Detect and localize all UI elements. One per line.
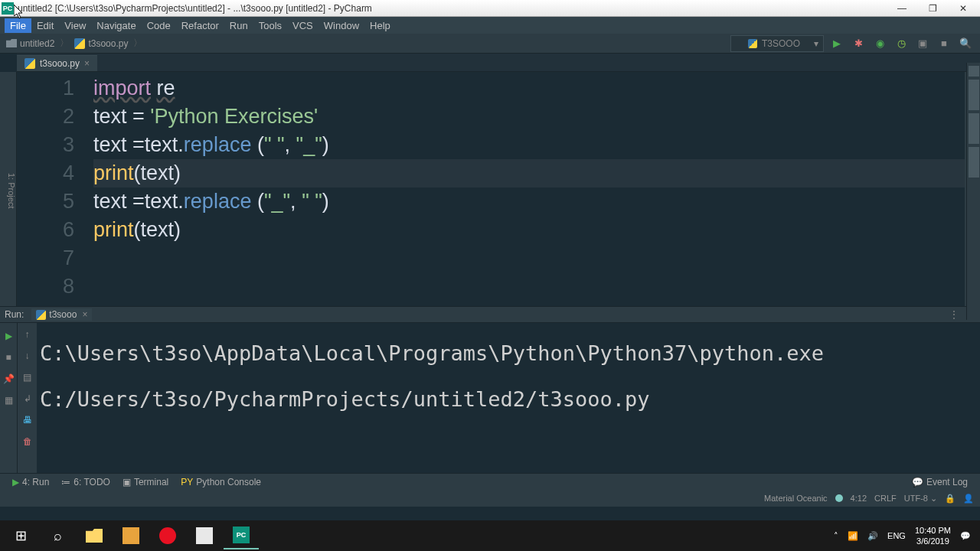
- status-bar: Material Oceanic 4:12 CRLF UTF-8 ⌄ 🔒 👤: [0, 490, 980, 507]
- chevron-icon: 〉: [133, 37, 142, 50]
- down-icon[interactable]: ↓: [21, 349, 34, 363]
- run-tool-header: Run: t3sooo × ⋮ —: [0, 306, 980, 323]
- maximize-button[interactable]: ❐: [917, 3, 948, 14]
- windows-taskbar: ⊞ ⌕ PC ˄ 📶 🔊 ENG 10:40 PM3/6/2019 💬: [0, 520, 980, 551]
- console-output[interactable]: C:\Users\t3so\AppData\Local\Programs\Pyt…: [37, 323, 980, 473]
- tab-close-icon[interactable]: ×: [84, 58, 90, 69]
- filter-button[interactable]: ▤: [21, 370, 34, 384]
- line-separator[interactable]: CRLF: [874, 494, 897, 503]
- tool-icon[interactable]: [969, 113, 979, 144]
- tool-icon[interactable]: [969, 147, 979, 178]
- tool-icon[interactable]: [969, 66, 979, 77]
- run-button[interactable]: ▶: [828, 35, 845, 52]
- wrap-button[interactable]: ↲: [21, 392, 34, 406]
- tray-chevron-icon[interactable]: ˄: [834, 531, 838, 541]
- tool-icon[interactable]: [969, 80, 979, 110]
- stop-button[interactable]: ■: [936, 35, 952, 52]
- sublime-icon[interactable]: [113, 522, 149, 549]
- search-button[interactable]: 🔍: [957, 35, 974, 52]
- bottom-python-console[interactable]: PYPython Console: [175, 477, 267, 487]
- chevron-icon: 〉: [60, 37, 69, 50]
- python-icon: [36, 310, 46, 320]
- folder-icon: [6, 39, 17, 47]
- menu-vcs[interactable]: VCS: [287, 18, 318, 33]
- system-tray[interactable]: ˄ 📶 🔊 ENG 10:40 PM3/6/2019 💬: [834, 525, 977, 546]
- run-config-name: T3SOOO: [762, 38, 800, 49]
- volume-icon[interactable]: 🔊: [867, 531, 878, 541]
- bottom-tool-bar: ▶4: Run ≔6: TODO ▣Terminal PYPython Cons…: [0, 473, 980, 490]
- breadcrumb: untitled2 〉 t3sooo.py 〉: [6, 37, 145, 50]
- window-title: untitled2 [C:\Users\t3so\PycharmProjects…: [18, 3, 887, 14]
- inspection-icon[interactable]: 👤: [963, 494, 974, 504]
- clock[interactable]: 10:40 PM3/6/2019: [915, 525, 951, 546]
- debug-button[interactable]: ✱: [850, 35, 867, 52]
- menu-help[interactable]: Help: [364, 18, 396, 33]
- clear-button[interactable]: 🗑: [21, 435, 34, 448]
- close-button[interactable]: ✕: [948, 3, 978, 14]
- tab-close-icon[interactable]: ×: [82, 309, 87, 320]
- menu-refactor[interactable]: Refactor: [176, 18, 224, 33]
- menu-view[interactable]: View: [59, 18, 91, 33]
- right-tool-stripe: [966, 63, 980, 320]
- run-tab-label: t3sooo: [49, 309, 77, 320]
- bottom-todo[interactable]: ≔6: TODO: [55, 477, 116, 487]
- line-gutter: 12345678: [17, 72, 93, 306]
- bottom-run[interactable]: ▶4: Run: [6, 477, 55, 487]
- code-area[interactable]: import retext = 'Python Exercises'text =…: [93, 72, 965, 306]
- python-file-icon: [24, 58, 35, 69]
- layout-button[interactable]: ▦: [2, 393, 15, 407]
- editor-tab[interactable]: t3sooo.py ×: [17, 55, 97, 71]
- menu-run[interactable]: Run: [224, 18, 253, 33]
- theme-name[interactable]: Material Oceanic: [764, 494, 828, 503]
- run-settings-icon[interactable]: ⋮: [949, 309, 959, 320]
- cursor-position[interactable]: 4:12: [851, 494, 867, 503]
- opera-icon[interactable]: [150, 522, 185, 549]
- menu-bar: File Edit View Navigate Code Refactor Ru…: [0, 17, 980, 34]
- attach-button[interactable]: ▣: [914, 35, 931, 52]
- app-icon: PC: [2, 2, 14, 15]
- lock-icon[interactable]: 🔒: [945, 494, 956, 504]
- menu-tools[interactable]: Tools: [253, 18, 287, 33]
- python-icon: [748, 39, 757, 48]
- rerun-button[interactable]: ▶: [2, 329, 15, 343]
- run-tab[interactable]: t3sooo ×: [31, 308, 92, 321]
- theme-indicator: [835, 494, 843, 502]
- breadcrumb-file[interactable]: t3sooo.py: [88, 38, 128, 49]
- search-button[interactable]: ⌕: [40, 522, 75, 549]
- minimize-button[interactable]: —: [887, 3, 917, 14]
- file-explorer-icon[interactable]: [77, 522, 112, 549]
- menu-file[interactable]: File: [5, 18, 31, 33]
- notes-icon[interactable]: [187, 522, 222, 549]
- pin-button[interactable]: 📌: [2, 372, 15, 386]
- notifications-icon[interactable]: 💬: [960, 531, 971, 541]
- print-button[interactable]: 🖶: [21, 413, 34, 427]
- pycharm-icon[interactable]: PC: [224, 522, 259, 549]
- coverage-button[interactable]: ◉: [871, 35, 888, 52]
- run-label: Run:: [5, 309, 24, 320]
- run-config-selector[interactable]: T3SOOO: [730, 35, 824, 52]
- code-editor[interactable]: 12345678 import retext = 'Python Exercis…: [17, 72, 980, 306]
- menu-navigate[interactable]: Navigate: [91, 18, 141, 33]
- editor-tabs: t3sooo.py ×: [17, 54, 980, 72]
- up-icon[interactable]: ↑: [21, 328, 34, 341]
- menu-edit[interactable]: Edit: [31, 18, 59, 33]
- wifi-icon[interactable]: 📶: [848, 531, 858, 541]
- breadcrumb-project[interactable]: untitled2: [20, 38, 54, 49]
- menu-code[interactable]: Code: [142, 18, 176, 33]
- run-toolbar-2: ↑ ↓ ▤ ↲ 🖶 🗑: [17, 323, 37, 473]
- bottom-terminal[interactable]: ▣Terminal: [116, 477, 175, 487]
- title-bar: PC untitled2 [C:\Users\t3so\PycharmProje…: [0, 0, 980, 17]
- run-toolbar-left: ▶ ■ 📌 ▦: [0, 323, 17, 473]
- menu-window[interactable]: Window: [318, 18, 364, 33]
- start-button[interactable]: ⊞: [3, 522, 38, 549]
- language-indicator[interactable]: ENG: [887, 531, 906, 540]
- event-log[interactable]: 💬Event Log: [906, 477, 974, 487]
- stop-button[interactable]: ■: [2, 350, 15, 364]
- python-file-icon: [74, 38, 85, 49]
- tab-label: t3sooo.py: [40, 58, 80, 69]
- profile-button[interactable]: ◷: [893, 35, 910, 52]
- project-tool-stripe[interactable]: 1: Project: [0, 72, 17, 306]
- navigation-bar: untitled2 〉 t3sooo.py 〉 T3SOOO ▶ ✱ ◉ ◷ ▣…: [0, 34, 980, 54]
- file-encoding[interactable]: UTF-8 ⌄: [904, 494, 937, 504]
